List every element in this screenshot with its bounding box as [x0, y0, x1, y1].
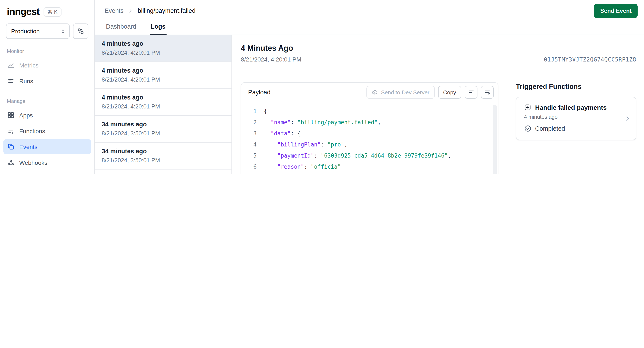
events-icon [7, 143, 14, 150]
breadcrumb: Events billing/payment.failed [105, 7, 196, 14]
event-list-item[interactable]: 4 minutes ago8/21/2024, 4:20:01 PM [95, 62, 232, 89]
event-list-item[interactable]: 4 minutes ago8/21/2024, 4:20:01 PM [95, 89, 232, 116]
code-line: 3 "data": { [241, 128, 490, 139]
environment-row: Production [0, 22, 94, 39]
function-status: Completed [524, 125, 628, 132]
align-left-icon [468, 89, 474, 96]
sidebar-item-events[interactable]: Events [4, 139, 91, 154]
format-button[interactable] [465, 86, 478, 99]
chevron-up-down-icon [60, 28, 66, 34]
event-list-item[interactable]: 34 minutes ago8/21/2024, 3:50:01 PM [95, 116, 232, 142]
event-detail-timestamp: 8/21/2024, 4:20:01 PM [241, 56, 301, 63]
environment-selector[interactable]: Production [6, 24, 70, 39]
sidebar-section-manage: Manage [7, 98, 88, 104]
code-line: 1{ [241, 106, 490, 117]
command-k-shortcut[interactable]: ⌘ K [44, 7, 61, 16]
sidebar-item-runs[interactable]: Runs [4, 74, 91, 88]
event-timestamp: 8/21/2024, 4:20:01 PM [102, 103, 225, 110]
event-list: 4 minutes ago8/21/2024, 4:20:01 PM4 minu… [95, 35, 232, 174]
sidebar-item-functions[interactable]: Functions [4, 124, 91, 138]
event-detail-panel: 4 Minutes Ago 8/21/2024, 4:20:01 PM 01J5… [232, 35, 644, 174]
sidebar-item-label: Webhooks [19, 159, 48, 166]
tab-bar: Dashboard Logs [95, 21, 644, 35]
detail-body: Payload Send to Dev Server Copy [241, 72, 636, 174]
event-timestamp: 8/21/2024, 3:50:01 PM [102, 157, 225, 164]
topbar: Events billing/payment.failed Send Event [95, 0, 644, 21]
event-relative-time: 34 minutes ago [102, 121, 225, 128]
triggered-function-card[interactable]: Handle failed payments 4 minutes ago Com… [516, 97, 636, 140]
chevron-right-icon [624, 115, 631, 122]
triggered-functions-column: Triggered Functions Handle failed paymen… [516, 82, 636, 174]
sidebar-section-monitor: Monitor [7, 48, 88, 54]
event-relative-time: 4 minutes ago [102, 40, 225, 48]
content: 4 minutes ago8/21/2024, 4:20:01 PM4 minu… [95, 35, 644, 174]
code-scrollbar[interactable] [493, 104, 497, 174]
payload-code: 1{2 "name": "billing/payment.failed",3 "… [241, 106, 490, 174]
line-number: 5 [241, 150, 257, 162]
payload-code-wrap: 1{2 "name": "billing/payment.failed",3 "… [241, 102, 498, 174]
event-relative-time: 4 minutes ago [102, 94, 225, 101]
breadcrumb-events-link[interactable]: Events [105, 7, 124, 14]
function-name: Handle failed payments [535, 104, 607, 111]
line-number: 3 [241, 128, 257, 139]
line-number: 6 [241, 162, 257, 172]
sidebar-item-apps[interactable]: Apps [4, 108, 91, 122]
event-detail-title: 4 Minutes Ago [241, 44, 301, 53]
tab-dashboard[interactable]: Dashboard [105, 21, 137, 35]
wrap-text-icon [484, 89, 490, 96]
line-number: 1 [241, 106, 257, 117]
triggered-functions-title: Triggered Functions [516, 83, 636, 90]
sidebar-item-webhooks[interactable]: Webhooks [4, 155, 91, 170]
apps-icon [7, 112, 14, 119]
sidebar-item-label: Events [19, 143, 38, 150]
event-id: 01J5TMY3VJTZ2QG74QCC5RP1Z8 [544, 56, 636, 63]
function-name-row: Handle failed payments [524, 104, 628, 111]
code-line: 7 }, [241, 172, 490, 174]
functions-icon [7, 127, 14, 134]
copy-button[interactable]: Copy [438, 86, 461, 99]
event-list-item[interactable]: 34 minutes ago8/21/2024, 3:50:01 PM [95, 142, 232, 170]
code-line: 2 "name": "billing/payment.failed", [241, 117, 490, 128]
chevron-right-icon [128, 8, 134, 14]
sidebar-item-label: Metrics [19, 62, 38, 68]
send-to-dev-server-button[interactable]: Send to Dev Server [366, 86, 434, 99]
payload-card: Payload Send to Dev Server Copy [241, 82, 498, 174]
code-line: 4 "billingPlan": "pro", [241, 139, 490, 150]
line-number: 7 [241, 172, 257, 174]
status-badge: Completed [535, 125, 565, 132]
send-to-dev-server-label: Send to Dev Server [381, 89, 430, 96]
event-timestamp: 8/21/2024, 4:20:01 PM [102, 50, 225, 56]
environments-icon [77, 28, 84, 34]
sidebar-item-label: Runs [19, 78, 33, 84]
logo-row: inngest ⌘ K [0, 0, 94, 22]
word-wrap-button[interactable] [481, 86, 494, 99]
breadcrumb-current: billing/payment.failed [138, 7, 196, 14]
line-number: 2 [241, 117, 257, 128]
sidebar: inngest ⌘ K Production Monitor Metrics [0, 0, 95, 174]
sidebar-item-label: Apps [19, 112, 33, 118]
event-detail-header: 4 Minutes Ago 8/21/2024, 4:20:01 PM 01J5… [241, 44, 636, 63]
event-timestamp: 8/21/2024, 3:50:01 PM [102, 130, 225, 137]
environments-button[interactable] [73, 24, 88, 39]
check-circle-icon [524, 125, 532, 132]
app-window: inngest ⌘ K Production Monitor Metrics [0, 0, 644, 174]
send-event-button[interactable]: Send Event [594, 4, 638, 18]
event-list-item[interactable]: 4 minutes ago8/21/2024, 4:20:01 PM [95, 35, 232, 62]
sidebar-spacer [0, 170, 94, 174]
runs-icon [7, 77, 14, 84]
cloud-upload-icon [372, 89, 378, 96]
code-line: 5 "paymentId": "6303d925-cda5-4d64-8b2e-… [241, 150, 490, 162]
sidebar-item-label: Functions [19, 128, 45, 134]
function-relative-time: 4 minutes ago [524, 114, 628, 120]
sidebar-item-metrics[interactable]: Metrics [4, 58, 91, 72]
inngest-logo: inngest [7, 6, 39, 18]
tab-logs[interactable]: Logs [150, 21, 166, 35]
payload-column: Payload Send to Dev Server Copy [241, 82, 498, 174]
event-list-item[interactable]: 34 minutes ago8/21/2024, 3:50:01 PM [95, 170, 232, 174]
environment-selected-label: Production [11, 28, 40, 34]
metrics-icon [7, 62, 14, 69]
main-area: Events billing/payment.failed Send Event… [95, 0, 644, 174]
event-relative-time: 4 minutes ago [102, 67, 225, 74]
payload-card-header: Payload Send to Dev Server Copy [241, 83, 498, 102]
function-icon [524, 104, 531, 111]
